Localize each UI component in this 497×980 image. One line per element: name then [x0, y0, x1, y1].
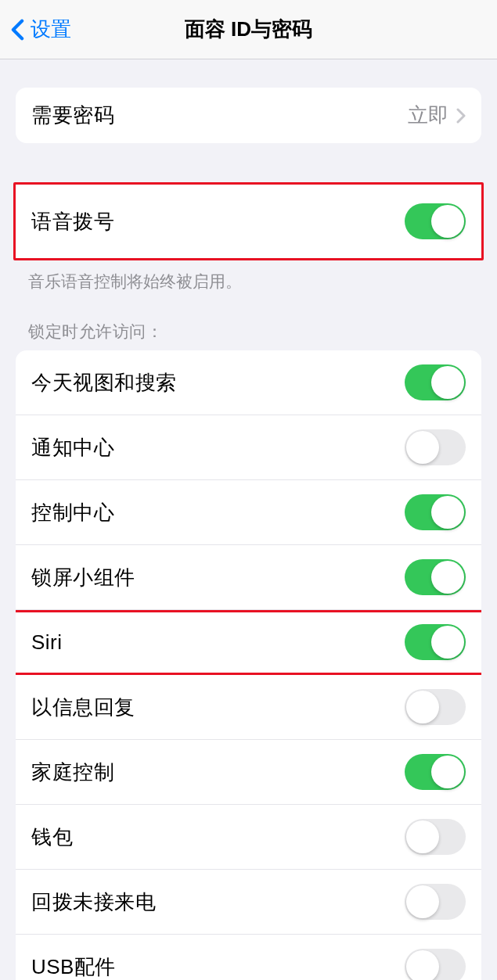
lock-access-toggle[interactable] — [405, 364, 466, 400]
lock-access-toggle[interactable] — [405, 949, 466, 980]
lock-access-toggle[interactable] — [405, 624, 466, 660]
lock-access-row: 钱包 — [16, 805, 481, 870]
lock-access-label: USB配件 — [31, 953, 116, 980]
toggle-knob — [406, 431, 439, 464]
toggle-knob — [431, 756, 464, 788]
voice-dial-footer: 音乐语音控制将始终被启用。 — [0, 260, 497, 293]
lock-access-label: 控制中心 — [31, 499, 114, 526]
lock-access-label: 回拨未接来电 — [31, 888, 156, 916]
voice-dial-label: 语音拨号 — [31, 208, 114, 235]
lock-access-label: 家庭控制 — [31, 759, 114, 786]
lock-access-label: 钱包 — [31, 824, 73, 851]
lock-access-row: 控制中心 — [16, 480, 481, 545]
lock-access-row: USB配件 — [16, 935, 481, 980]
lock-access-row: 锁屏小组件 — [16, 545, 481, 610]
back-label: 设置 — [31, 16, 71, 43]
lock-access-toggle[interactable] — [405, 819, 466, 855]
toggle-knob — [431, 205, 464, 238]
toggle-knob — [431, 496, 464, 529]
lock-access-toggle[interactable] — [405, 884, 466, 920]
toggle-knob — [406, 885, 439, 918]
lock-access-toggle[interactable] — [405, 559, 466, 595]
toggle-knob — [431, 366, 464, 399]
lock-access-label: 锁屏小组件 — [31, 564, 135, 591]
back-button[interactable]: 设置 — [0, 16, 71, 43]
lock-access-label: 今天视图和搜索 — [31, 369, 177, 397]
lock-access-section: 锁定时允许访问： 今天视图和搜索通知中心控制中心锁屏小组件Siri以信息回复家庭… — [0, 321, 497, 980]
toggle-knob — [406, 691, 439, 723]
passcode-group: 需要密码 立即 — [16, 88, 481, 143]
content-area: 需要密码 立即 语音拨号 音乐语音控制将始终被启用。 锁定时允许访问： — [0, 88, 497, 980]
passcode-section: 需要密码 立即 — [0, 88, 497, 143]
lock-access-header: 锁定时允许访问： — [0, 321, 497, 350]
require-passcode-value: 立即 — [408, 102, 448, 129]
lock-access-toggle[interactable] — [405, 494, 466, 530]
lock-access-row: 以信息回复 — [16, 675, 481, 740]
page-title: 面容 ID与密码 — [0, 16, 497, 43]
toggle-knob — [406, 950, 439, 980]
lock-access-toggle[interactable] — [405, 754, 466, 790]
lock-access-toggle[interactable] — [405, 689, 466, 725]
lock-access-label: 通知中心 — [31, 434, 114, 461]
require-passcode-label: 需要密码 — [31, 102, 114, 129]
lock-access-label: Siri — [31, 630, 63, 655]
lock-access-row: 通知中心 — [16, 415, 481, 480]
lock-access-row: Siri — [16, 610, 481, 675]
lock-access-row: 回拨未接来电 — [16, 870, 481, 935]
row-right: 立即 — [408, 102, 466, 129]
lock-access-label: 以信息回复 — [31, 694, 135, 721]
voice-dial-highlight: 语音拨号 — [13, 182, 484, 260]
chevron-right-icon — [456, 108, 466, 124]
voice-dial-row: 语音拨号 — [16, 185, 481, 258]
require-passcode-row[interactable]: 需要密码 立即 — [16, 88, 481, 143]
lock-access-toggle[interactable] — [405, 429, 466, 465]
lock-access-group: 今天视图和搜索通知中心控制中心锁屏小组件Siri以信息回复家庭控制钱包回拨未接来… — [16, 350, 481, 980]
voice-dial-toggle[interactable] — [405, 203, 466, 239]
lock-access-row: 家庭控制 — [16, 740, 481, 805]
toggle-knob — [406, 820, 439, 853]
toggle-knob — [431, 626, 464, 659]
toggle-knob — [431, 561, 464, 594]
header-bar: 设置 面容 ID与密码 — [0, 0, 497, 59]
lock-access-row: 今天视图和搜索 — [16, 350, 481, 415]
voice-dial-section: 语音拨号 音乐语音控制将始终被启用。 — [0, 182, 497, 293]
chevron-left-icon — [11, 19, 24, 41]
